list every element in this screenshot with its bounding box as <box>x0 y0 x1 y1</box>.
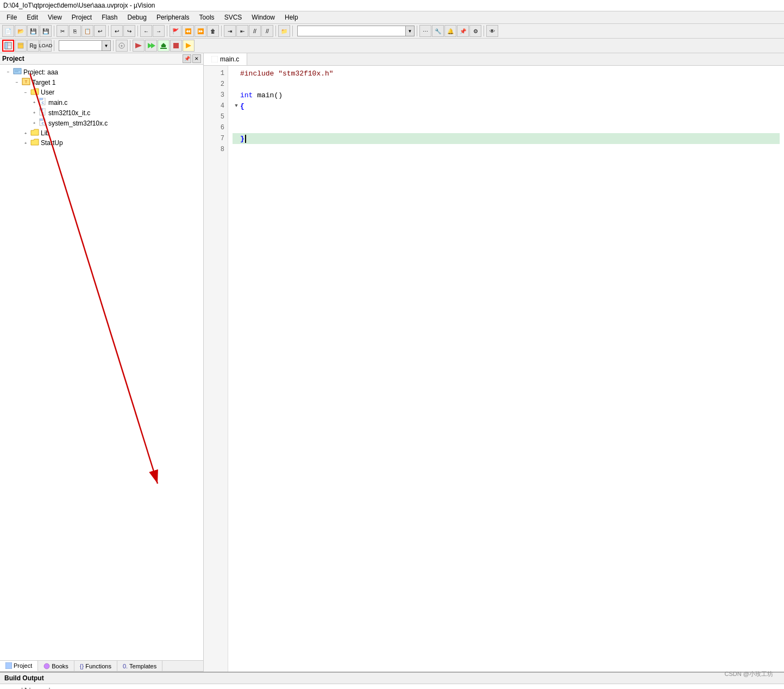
menu-window[interactable]: Window <box>247 12 279 22</box>
tb-redo[interactable]: ↪ <box>123 25 135 37</box>
tb-save-all[interactable]: 💾 <box>40 25 52 37</box>
menu-svcs[interactable]: SVCS <box>220 12 247 22</box>
tree-stm32-it[interactable]: + C stm32f10x_it.c <box>0 108 203 118</box>
toolbar2: Rg LOAD Target 1 ▼ ✦ <box>0 39 784 53</box>
menu-help[interactable]: Help <box>280 12 303 22</box>
tree-startup-folder[interactable]: + StartUp <box>0 138 203 148</box>
tb-nav-back[interactable]: ← <box>140 25 152 37</box>
tb-paste[interactable]: 📋 <box>81 25 93 37</box>
svg-rect-32 <box>211 56 218 62</box>
build-output-content[interactable]: compiling misc.c... compiling stm32f10x_… <box>0 684 784 689</box>
line-num-5: 5 <box>204 111 228 122</box>
svg-rect-30 <box>5 662 12 669</box>
tb-open[interactable]: 📂 <box>15 25 27 37</box>
func-dropdown-btn[interactable]: ▼ <box>406 26 415 36</box>
tab-functions[interactable]: {} Functions <box>74 661 117 671</box>
sep10 <box>54 40 54 51</box>
tree-system-stm32[interactable]: + C system_stm32f10x.c <box>0 118 203 128</box>
target-dropdown-btn[interactable]: ▼ <box>102 40 111 51</box>
tb-bm-next[interactable]: ⏩ <box>195 25 206 37</box>
code-text-1: #include "stm32f10x.h" <box>240 70 334 78</box>
tb-bm-prev[interactable]: ⏪ <box>182 25 194 37</box>
tb-view[interactable]: 👁 <box>486 25 498 37</box>
close-btn[interactable]: ✕ <box>192 54 201 63</box>
tb-extra[interactable]: ⚙ <box>469 25 481 37</box>
svg-rect-12 <box>161 46 166 47</box>
line-num-8: 8 <box>204 144 228 155</box>
tb-build[interactable] <box>133 40 145 52</box>
left-panel: Project 📌 ✕ − Project: aaa <box>0 53 204 672</box>
lib-folder-icon <box>30 129 39 137</box>
tb-download[interactable] <box>158 40 170 52</box>
tb-alert[interactable]: 🔔 <box>444 25 456 37</box>
menu-file[interactable]: File <box>2 12 21 22</box>
pin-btn[interactable]: 📌 <box>183 54 191 63</box>
tb-rebuild[interactable] <box>145 40 157 52</box>
tab-books-label: Books <box>52 663 68 669</box>
tb-cut[interactable]: ✂ <box>57 25 68 37</box>
menu-view[interactable]: View <box>43 12 66 22</box>
menu-project[interactable]: Project <box>67 12 96 22</box>
tb-uncomment[interactable]: // <box>261 25 273 37</box>
tb-indent[interactable]: ⇥ <box>224 25 236 37</box>
svg-rect-22 <box>40 98 43 100</box>
tb-registers[interactable]: Rg <box>27 40 39 52</box>
tb-books[interactable] <box>15 40 27 52</box>
tree-system-stm32-label: system_stm32f10x.c <box>48 120 108 127</box>
sep3 <box>137 26 138 36</box>
tree-project-root[interactable]: − Project: aaa <box>0 67 203 77</box>
tree-user-label: User <box>41 89 54 96</box>
code-text-7: } <box>240 135 250 143</box>
tb-save[interactable]: 💾 <box>27 25 39 37</box>
tree-target1[interactable]: − T Target 1 <box>0 77 203 87</box>
func-input[interactable]: USART1_IRQHandler <box>297 26 406 36</box>
svg-marker-8 <box>135 43 142 48</box>
tb-new[interactable]: 📄 <box>2 25 14 37</box>
menu-edit[interactable]: Edit <box>22 12 42 22</box>
code-line-6 <box>233 122 780 133</box>
editor-tab-main-c[interactable]: main.c <box>204 53 247 65</box>
tb-debug-start[interactable] <box>183 40 195 52</box>
code-content[interactable]: #include "stm32f10x.h" int main() ▼ { <box>228 66 784 672</box>
tb-file-icon[interactable]: 📁 <box>278 25 290 37</box>
tb-project-window[interactable] <box>2 40 14 52</box>
tree-user-folder[interactable]: − User <box>0 87 203 97</box>
sep5 <box>221 26 222 36</box>
svg-marker-11 <box>161 43 166 46</box>
tab-project[interactable]: Project <box>0 661 38 671</box>
watermark: CSDN @小玫工坊 <box>725 670 773 678</box>
tab-books[interactable]: Books <box>38 661 74 671</box>
tb-undo[interactable]: ↩ <box>111 25 123 37</box>
tb-more[interactable]: ⋯ <box>419 25 431 37</box>
tb-copy[interactable]: ⎘ <box>69 25 81 37</box>
tb-stop[interactable] <box>170 40 182 52</box>
editor-tabs: main.c <box>204 53 784 66</box>
tb-unindent[interactable]: ⇤ <box>236 25 248 37</box>
tree-startup-label: StartUp <box>41 139 63 147</box>
tb-load[interactable]: LOAD <box>40 40 52 52</box>
tb-func2[interactable]: 🔧 <box>432 25 444 37</box>
tb-task[interactable]: 📌 <box>457 25 469 37</box>
editor-tab-label: main.c <box>220 55 239 63</box>
tb-nav-fwd[interactable]: → <box>153 25 165 37</box>
startup-folder-icon <box>30 139 39 147</box>
menu-tools[interactable]: Tools <box>195 12 219 22</box>
menu-debug[interactable]: Debug <box>123 12 151 22</box>
svg-marker-15 <box>186 43 191 48</box>
sep8 <box>417 26 417 36</box>
code-line-5 <box>233 111 780 122</box>
tb-comment[interactable]: // <box>249 25 261 37</box>
tab-templates[interactable]: 0. Templates <box>117 661 162 671</box>
tree-lib-folder[interactable]: + Lib <box>0 128 203 138</box>
menu-flash[interactable]: Flash <box>97 12 122 22</box>
tb-bookmark[interactable]: 🚩 <box>170 25 181 37</box>
code-editor[interactable]: 1 2 3 4 5 6 7 8 #include "stm32f10x.h" <box>204 66 784 672</box>
tb-target-options[interactable]: ✦ <box>116 40 128 52</box>
svg-rect-1 <box>5 42 8 49</box>
tree-main-c[interactable]: + C main.c <box>0 97 203 108</box>
svg-text:C: C <box>42 111 45 115</box>
menu-peripherals[interactable]: Peripherals <box>152 12 194 22</box>
code-line-8 <box>233 144 780 155</box>
target-input[interactable]: Target 1 <box>59 40 102 51</box>
tb-bm-clear[interactable]: 🗑 <box>207 25 219 37</box>
